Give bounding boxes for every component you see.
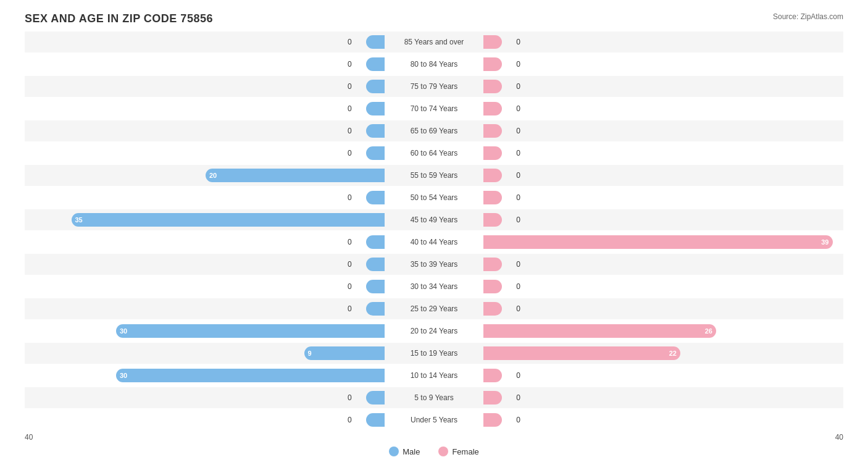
age-label: 80 to 84 Years xyxy=(385,60,483,69)
right-side: 0 xyxy=(483,298,843,319)
chart-title: SEX AND AGE IN ZIP CODE 75856 xyxy=(25,12,843,25)
age-label: 40 to 44 Years xyxy=(385,238,483,246)
age-label: 55 to 59 Years xyxy=(385,171,483,180)
female-value-zero: 0 xyxy=(516,282,520,291)
left-side: 0 xyxy=(25,143,385,164)
legend: Male Female xyxy=(25,447,843,456)
left-side: 30 xyxy=(25,365,385,386)
age-label: 30 to 34 Years xyxy=(385,282,483,291)
left-side: 0 xyxy=(25,76,385,97)
female-bar: 39 xyxy=(483,235,833,249)
age-label: 75 to 79 Years xyxy=(385,82,483,91)
bar-row: 075 to 79 Years0 xyxy=(25,76,843,97)
female-bar: 0 xyxy=(483,413,502,427)
rows-container: 085 Years and over0080 to 84 Years0075 t… xyxy=(25,31,843,430)
male-value-zero: 0 xyxy=(348,260,352,269)
left-side: 0 xyxy=(25,387,385,408)
male-value-inside: 35 xyxy=(75,216,83,224)
male-bar: 0 xyxy=(366,124,385,138)
female-bar: 0 xyxy=(483,35,502,49)
female-value-inside: 26 xyxy=(705,327,712,335)
left-side: 0 xyxy=(25,120,385,141)
male-legend-label: Male xyxy=(403,447,420,456)
right-side: 0 xyxy=(483,31,843,52)
age-label: 65 to 69 Years xyxy=(385,127,483,135)
age-label: 5 to 9 Years xyxy=(385,393,483,402)
male-bar: 30 xyxy=(116,369,385,382)
bar-row: 3020 to 24 Years26 xyxy=(25,321,843,342)
right-side: 0 xyxy=(483,409,843,430)
male-bar: 0 xyxy=(366,35,385,49)
female-value-zero: 0 xyxy=(516,260,520,269)
axis-right-val: 40 xyxy=(835,433,843,442)
male-legend-box xyxy=(389,447,399,456)
male-value-zero: 0 xyxy=(348,193,352,202)
bar-row: 060 to 64 Years0 xyxy=(25,143,843,164)
male-value-inside: 9 xyxy=(308,350,312,357)
female-value-zero: 0 xyxy=(516,216,520,224)
right-side: 0 xyxy=(483,165,843,186)
female-legend-box xyxy=(438,447,448,456)
female-bar: 0 xyxy=(483,124,502,138)
female-bar: 0 xyxy=(483,213,502,227)
bar-row: 3545 to 49 Years0 xyxy=(25,209,843,230)
right-side: 0 xyxy=(483,76,843,97)
bar-row: 080 to 84 Years0 xyxy=(25,54,843,75)
female-bar: 0 xyxy=(483,391,502,405)
age-label: 70 to 74 Years xyxy=(385,104,483,113)
female-bar: 0 xyxy=(483,280,502,293)
left-side: 0 xyxy=(25,98,385,119)
right-side: 0 xyxy=(483,187,843,208)
female-bar: 26 xyxy=(483,324,716,338)
axis-left-val: 40 xyxy=(25,433,33,442)
male-bar: 0 xyxy=(366,57,385,71)
male-bar: 0 xyxy=(366,302,385,316)
male-bar: 0 xyxy=(366,258,385,271)
female-legend-label: Female xyxy=(452,447,478,456)
male-bar: 9 xyxy=(304,346,385,360)
male-bar: 0 xyxy=(366,391,385,405)
right-side: 0 xyxy=(483,387,843,408)
male-value-zero: 0 xyxy=(348,416,352,424)
female-bar: 0 xyxy=(483,302,502,316)
male-value-zero: 0 xyxy=(348,393,352,402)
age-label: 45 to 49 Years xyxy=(385,216,483,224)
bar-row: 2055 to 59 Years0 xyxy=(25,165,843,186)
left-side: 0 xyxy=(25,232,385,253)
female-bar: 0 xyxy=(483,191,502,204)
age-label: 50 to 54 Years xyxy=(385,193,483,202)
bar-row: 3010 to 14 Years0 xyxy=(25,365,843,386)
bar-row: 915 to 19 Years22 xyxy=(25,343,843,364)
age-label: 15 to 19 Years xyxy=(385,349,483,358)
bar-row: 030 to 34 Years0 xyxy=(25,276,843,297)
male-value-inside: 30 xyxy=(120,372,127,379)
male-value-zero: 0 xyxy=(348,127,352,135)
female-value-zero: 0 xyxy=(516,127,520,135)
right-side: 0 xyxy=(483,365,843,386)
male-bar: 0 xyxy=(366,235,385,249)
female-bar: 0 xyxy=(483,80,502,93)
female-bar: 0 xyxy=(483,258,502,271)
female-value-zero: 0 xyxy=(516,38,520,46)
male-value-zero: 0 xyxy=(348,104,352,113)
female-bar: 0 xyxy=(483,57,502,71)
age-label: 60 to 64 Years xyxy=(385,149,483,157)
right-side: 0 xyxy=(483,98,843,119)
right-side: 0 xyxy=(483,254,843,275)
female-value-inside: 39 xyxy=(821,238,828,246)
left-side: 0 xyxy=(25,31,385,52)
female-value-zero: 0 xyxy=(516,393,520,402)
female-bar: 0 xyxy=(483,102,502,115)
male-value-zero: 0 xyxy=(348,38,352,46)
male-bar: 0 xyxy=(366,102,385,115)
left-side: 0 xyxy=(25,276,385,297)
bar-row: 040 to 44 Years39 xyxy=(25,232,843,253)
right-side: 0 xyxy=(483,276,843,297)
male-bar: 0 xyxy=(366,80,385,93)
left-side: 20 xyxy=(25,165,385,186)
legend-female: Female xyxy=(438,447,478,456)
female-bar: 0 xyxy=(483,369,502,382)
right-side: 22 xyxy=(483,343,843,364)
left-side: 0 xyxy=(25,254,385,275)
male-value-zero: 0 xyxy=(348,282,352,291)
